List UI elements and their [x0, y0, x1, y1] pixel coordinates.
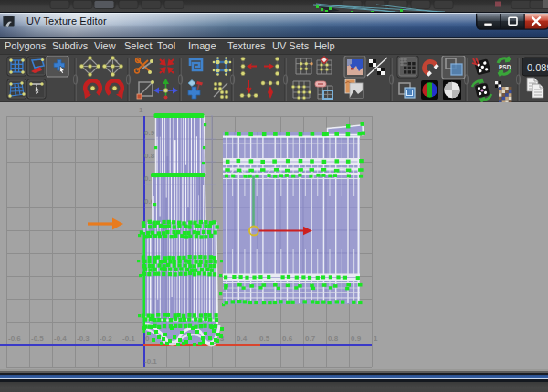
svg-text:0.7: 0.7	[305, 334, 316, 343]
svg-text:0.8: 0.8	[144, 152, 155, 160]
svg-text:-0.5: -0.5	[31, 334, 44, 343]
svg-text:-0.1: -0.1	[122, 334, 135, 343]
svg-text:-0.2: -0.2	[100, 334, 112, 343]
svg-text:0.6: 0.6	[282, 334, 293, 343]
svg-text:0.9: 0.9	[144, 129, 155, 137]
svg-text:1: 1	[139, 106, 143, 114]
svg-text:0.4: 0.4	[237, 334, 248, 343]
svg-text:0.089: 0.089	[527, 62, 548, 73]
svg-text:PSD: PSD	[499, 64, 511, 70]
svg-text:-0.1: -0.1	[144, 357, 157, 366]
svg-text:1: 1	[374, 334, 378, 343]
svg-text:0.5: 0.5	[259, 334, 270, 343]
svg-text:-0.6: -0.6	[8, 334, 21, 343]
svg-text:-0.3: -0.3	[77, 334, 90, 343]
svg-text:0.9: 0.9	[351, 334, 362, 343]
svg-text:-0.4: -0.4	[54, 334, 67, 343]
svg-text:0.8: 0.8	[328, 334, 339, 343]
